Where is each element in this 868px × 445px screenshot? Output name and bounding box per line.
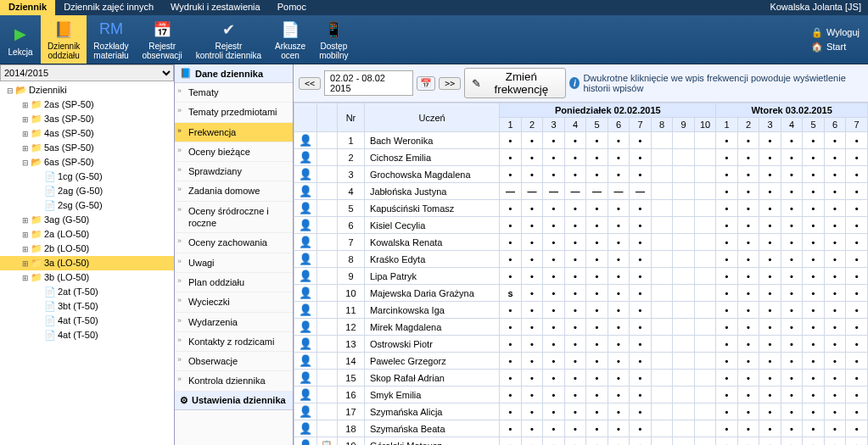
attendance-cell[interactable]: • xyxy=(543,285,565,302)
attendance-cell[interactable]: • xyxy=(781,336,803,353)
attendance-cell[interactable]: • xyxy=(737,437,759,446)
attendance-cell[interactable]: • xyxy=(630,319,652,336)
attendance-cell[interactable]: • xyxy=(586,268,608,285)
attendance-cell[interactable]: • xyxy=(521,234,543,251)
attendance-cell[interactable]: • xyxy=(543,370,565,387)
attendance-cell[interactable]: • xyxy=(630,336,652,353)
attendance-cell[interactable]: • xyxy=(564,403,586,420)
attendance-cell[interactable]: • xyxy=(759,437,781,446)
attendance-cell[interactable]: • xyxy=(521,302,543,319)
attendance-cell[interactable] xyxy=(673,403,695,420)
attendance-cell[interactable]: • xyxy=(586,319,608,336)
attendance-cell[interactable]: • xyxy=(803,387,825,403)
attendance-cell[interactable] xyxy=(651,166,673,183)
attendance-cell[interactable]: • xyxy=(521,251,543,268)
mid-item-oceny-śródroczne-i-roczne[interactable]: Oceny śródroczne i roczne xyxy=(175,202,293,234)
attendance-cell[interactable]: • xyxy=(586,370,608,387)
attendance-cell[interactable]: • xyxy=(803,132,825,149)
attendance-cell[interactable] xyxy=(694,370,716,387)
attendance-cell[interactable]: • xyxy=(630,302,652,319)
attendance-cell[interactable]: • xyxy=(716,217,738,234)
tree-node[interactable]: ⊞📁4as (SP-50) xyxy=(0,126,174,141)
attendance-cell[interactable]: • xyxy=(543,336,565,353)
attendance-cell[interactable]: • xyxy=(564,370,586,387)
mid-footer[interactable]: ⚙ Ustawienia dziennika xyxy=(175,392,293,410)
ribbon-rejestr-kontroli-dziennika[interactable]: ✔Rejestrkontroli dziennika xyxy=(189,15,268,64)
date-range[interactable]: 02.02 - 08.02 2015 xyxy=(324,70,413,96)
attendance-cell[interactable] xyxy=(694,387,716,403)
attendance-cell[interactable]: • xyxy=(630,217,652,234)
attendance-cell[interactable] xyxy=(673,132,695,149)
attendance-cell[interactable]: • xyxy=(564,149,586,166)
attendance-cell[interactable]: • xyxy=(608,234,630,251)
attendance-cell[interactable]: • xyxy=(500,319,522,336)
attendance-cell[interactable]: • xyxy=(737,420,759,437)
attendance-cell[interactable]: • xyxy=(737,319,759,336)
attendance-cell[interactable]: • xyxy=(781,285,803,302)
attendance-cell[interactable]: • xyxy=(521,387,543,403)
attendance-cell[interactable]: • xyxy=(630,370,652,387)
attendance-cell[interactable]: • xyxy=(586,302,608,319)
grid-wrap[interactable]: NrUczeńPoniedziałek 02.02.2015Wtorek 03.… xyxy=(294,103,868,445)
attendance-cell[interactable]: — xyxy=(521,183,543,200)
tree-node[interactable]: ⊞📁5as (SP-50) xyxy=(0,141,174,155)
attendance-cell[interactable]: • xyxy=(500,200,522,217)
mid-item-wycieczki[interactable]: Wycieczki xyxy=(175,292,293,312)
attendance-cell[interactable]: • xyxy=(846,302,868,319)
mid-item-uwagi[interactable]: Uwagi xyxy=(175,253,293,273)
attendance-cell[interactable]: • xyxy=(803,268,825,285)
attendance-cell[interactable] xyxy=(651,200,673,217)
attendance-cell[interactable] xyxy=(651,319,673,336)
attendance-cell[interactable]: • xyxy=(564,200,586,217)
attendance-cell[interactable]: • xyxy=(608,403,630,420)
attendance-cell[interactable]: • xyxy=(781,319,803,336)
attendance-cell[interactable]: • xyxy=(759,420,781,437)
attendance-cell[interactable]: • xyxy=(716,302,738,319)
attendance-cell[interactable]: • xyxy=(543,234,565,251)
table-row[interactable]: 👤12Mirek Magdalena•••••••••••••• xyxy=(294,319,868,336)
attendance-cell[interactable]: • xyxy=(803,370,825,387)
attendance-cell[interactable]: • xyxy=(586,420,608,437)
attendance-cell[interactable]: • xyxy=(803,403,825,420)
attendance-cell[interactable]: • xyxy=(846,183,868,200)
attendance-cell[interactable]: • xyxy=(759,403,781,420)
attendance-cell[interactable]: • xyxy=(824,353,846,370)
attendance-cell[interactable]: • xyxy=(521,285,543,302)
tree-toggle-icon[interactable]: ⊞ xyxy=(20,245,31,253)
attendance-cell[interactable]: • xyxy=(759,387,781,403)
attendance-cell[interactable] xyxy=(673,234,695,251)
tree-node[interactable]: ⊞📁2b (LO-50) xyxy=(0,242,174,256)
attendance-cell[interactable]: • xyxy=(521,166,543,183)
attendance-cell[interactable]: • xyxy=(737,132,759,149)
attendance-cell[interactable]: • xyxy=(500,251,522,268)
attendance-cell[interactable] xyxy=(694,437,716,446)
tree-node[interactable]: 📄4at (T-50) xyxy=(0,314,174,328)
attendance-cell[interactable]: • xyxy=(737,370,759,387)
attendance-cell[interactable]: • xyxy=(759,217,781,234)
attendance-cell[interactable]: • xyxy=(781,217,803,234)
attendance-cell[interactable]: • xyxy=(824,166,846,183)
attendance-cell[interactable]: — xyxy=(586,183,608,200)
tree-node[interactable]: 📄3bt (T-50) xyxy=(0,299,174,314)
attendance-cell[interactable] xyxy=(694,200,716,217)
tree-node[interactable]: ⊞📁3b (LO-50) xyxy=(0,270,174,285)
attendance-cell[interactable]: • xyxy=(586,437,608,446)
attendance-cell[interactable]: • xyxy=(781,302,803,319)
attendance-cell[interactable]: • xyxy=(630,353,652,370)
mid-item-plan-oddziału[interactable]: Plan oddziału xyxy=(175,273,293,292)
table-row[interactable]: 👤9Lipa Patryk•••••••••••••• xyxy=(294,268,868,285)
attendance-cell[interactable]: • xyxy=(630,285,652,302)
attendance-cell[interactable]: • xyxy=(564,387,586,403)
attendance-cell[interactable]: — xyxy=(543,183,565,200)
tree-node[interactable]: ⊞📁2a (LO-50) xyxy=(0,227,174,242)
attendance-cell[interactable]: • xyxy=(521,403,543,420)
attendance-cell[interactable]: • xyxy=(824,403,846,420)
attendance-cell[interactable] xyxy=(694,183,716,200)
attendance-cell[interactable]: • xyxy=(608,420,630,437)
attendance-cell[interactable]: • xyxy=(803,285,825,302)
attendance-cell[interactable]: • xyxy=(586,234,608,251)
attendance-cell[interactable]: — xyxy=(608,183,630,200)
mid-item-kontakty-z-rodzicami[interactable]: Kontakty z rodzicami xyxy=(175,332,293,352)
attendance-cell[interactable]: • xyxy=(737,251,759,268)
attendance-cell[interactable] xyxy=(673,336,695,353)
